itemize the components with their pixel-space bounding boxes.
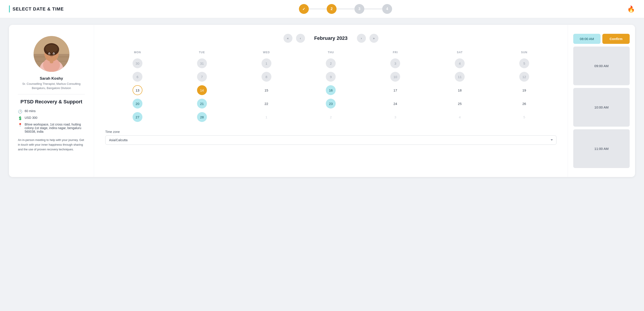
session-location: 📍 Bhive workspace, 1st cross road, hutti… (18, 123, 85, 133)
svg-point-14 (53, 53, 54, 55)
calendar-day: 6 (132, 72, 142, 82)
session-price: 💲 USD 300 (18, 116, 85, 120)
step-4[interactable]: 4 (382, 4, 392, 14)
calendar-day: 10 (390, 72, 400, 82)
calendar-day-available[interactable]: 28 (197, 112, 207, 122)
step-line-3 (364, 9, 382, 9)
calendar-day-available[interactable]: 20 (132, 99, 142, 108)
avatar (34, 36, 70, 72)
calendar-day: 5 (519, 112, 529, 122)
calendar-week-5: 27 28 1 2 3 4 5 (105, 111, 556, 123)
calendar-panel: « ‹ February 2023 › » MON TUE WED THU FR… (94, 25, 568, 177)
day-header-sat: SAT (428, 49, 492, 55)
next-next-month-button[interactable]: » (370, 34, 378, 43)
next-month-button[interactable]: › (357, 34, 366, 43)
calendar-day[interactable]: 24 (390, 99, 400, 108)
calendar-day-available[interactable]: 21 (197, 99, 207, 108)
session-description: An in-person meeting to help with your j… (18, 138, 85, 152)
day-header-mon: MON (105, 49, 170, 55)
calendar-month-label: February 2023 (308, 35, 353, 41)
calendar-day[interactable]: 15 (262, 85, 272, 95)
calendar-day-today[interactable]: 13 (132, 85, 142, 95)
calendar-day: 2 (326, 58, 336, 68)
clock-icon: 🕐 (18, 109, 22, 114)
divider (18, 94, 85, 94)
session-meta: 🕐 60 mins 💲 USD 300 📍 Bhive workspace, 1… (18, 109, 85, 133)
calendar-week-1: 30 31 1 2 3 4 5 (105, 57, 556, 70)
session-duration: 🕐 60 mins (18, 109, 85, 114)
timezone-section: Time zone Asia/Calcutta Asia/Kolkata UTC… (105, 130, 556, 145)
calendar-day: 7 (197, 72, 207, 82)
timezone-label: Time zone (105, 130, 556, 134)
stepper: ✓ 2 3 4 (299, 4, 392, 14)
calendar-day[interactable]: 22 (262, 99, 272, 108)
step-3[interactable]: 3 (354, 4, 364, 14)
calendar-day[interactable]: 25 (455, 99, 465, 108)
calendar-day[interactable]: 17 (390, 85, 400, 95)
therapist-name: Sarah Koshy (40, 76, 63, 81)
dollar-icon: 💲 (18, 116, 22, 120)
therapist-location: Bengaluru, Bangalore Division (32, 86, 71, 90)
step-2[interactable]: 2 (327, 4, 336, 14)
time-slots-panel: 08:00 AM Confirm 09:00 AM 10:00 AM 11:00… (568, 25, 635, 177)
calendar-day: 4 (455, 58, 465, 68)
calendar-day: 12 (519, 72, 529, 82)
calendar-day: 8 (262, 72, 272, 82)
time-slot-0900[interactable]: 09:00 AM (573, 46, 630, 85)
header-accent (9, 5, 10, 12)
booking-card: Sarah Koshy Sr. Counselling Therapist, M… (9, 25, 635, 177)
calendar-day: 3 (390, 112, 400, 122)
calendar-day: 3 (390, 58, 400, 68)
page-title: SELECT DATE & TIME (12, 6, 64, 12)
day-header-thu: THU (299, 49, 363, 55)
calendar-header: MON TUE WED THU FRI SAT SUN (105, 49, 556, 55)
fire-icon: 🔥 (627, 5, 635, 13)
calendar-week-4: 20 21 22 23 24 25 26 (105, 97, 556, 110)
confirm-button[interactable]: Confirm (602, 34, 630, 44)
step-line-1 (309, 9, 327, 9)
calendar-day-available[interactable]: 16 (326, 85, 336, 95)
time-slot-1000[interactable]: 10:00 AM (573, 88, 630, 127)
day-header-fri: FRI (363, 49, 428, 55)
time-slot-0800[interactable]: 08:00 AM (573, 34, 600, 44)
therapist-role: Sr. Counselling Therapist, Markus Consul… (22, 82, 80, 85)
time-slot-1100[interactable]: 11:00 AM (573, 129, 630, 168)
calendar-day[interactable]: 19 (519, 85, 529, 95)
step-1[interactable]: ✓ (299, 4, 309, 14)
day-header-tue: TUE (170, 49, 234, 55)
calendar-day: 1 (262, 58, 272, 68)
time-slot-row-1: 08:00 AM Confirm (573, 34, 630, 44)
therapist-panel: Sarah Koshy Sr. Counselling Therapist, M… (9, 25, 94, 177)
calendar-day-available[interactable]: 23 (326, 99, 336, 108)
day-header-sun: SUN (492, 49, 556, 55)
calendar-day[interactable]: 26 (519, 99, 529, 108)
calendar-navigation: « ‹ February 2023 › » (105, 34, 556, 43)
calendar-day: 30 (132, 58, 142, 68)
calendar-day: 11 (455, 72, 465, 82)
day-header-wed: WED (234, 49, 299, 55)
calendar-day: 5 (519, 58, 529, 68)
step-line-2 (336, 9, 354, 9)
calendar-day-available[interactable]: 27 (132, 112, 142, 122)
timezone-select[interactable]: Asia/Calcutta Asia/Kolkata UTC America/N… (105, 135, 556, 145)
calendar-week-3: 13 14 15 16 17 18 19 (105, 84, 556, 96)
calendar-day[interactable]: 18 (455, 85, 465, 95)
main-content: Sarah Koshy Sr. Counselling Therapist, M… (0, 18, 644, 184)
calendar-day: 31 (197, 58, 207, 68)
prev-month-button[interactable]: ‹ (296, 34, 305, 43)
session-title: PTSD Recovery & Support (20, 99, 82, 105)
header: SELECT DATE & TIME ✓ 2 3 4 🔥 (0, 0, 644, 18)
svg-point-10 (45, 44, 58, 52)
calendar-day: 1 (262, 112, 272, 122)
calendar-day: 4 (455, 112, 465, 122)
header-left: SELECT DATE & TIME (9, 5, 64, 12)
calendar-day-selected[interactable]: 14 (197, 85, 207, 95)
calendar-week-2: 6 7 8 9 10 11 12 (105, 70, 556, 83)
calendar-grid: MON TUE WED THU FRI SAT SUN 30 31 1 2 3 … (105, 49, 556, 123)
prev-prev-month-button[interactable]: « (284, 34, 292, 43)
calendar-day: 2 (326, 112, 336, 122)
location-icon: 📍 (18, 123, 22, 127)
svg-point-13 (48, 53, 50, 55)
calendar-day: 9 (326, 72, 336, 82)
